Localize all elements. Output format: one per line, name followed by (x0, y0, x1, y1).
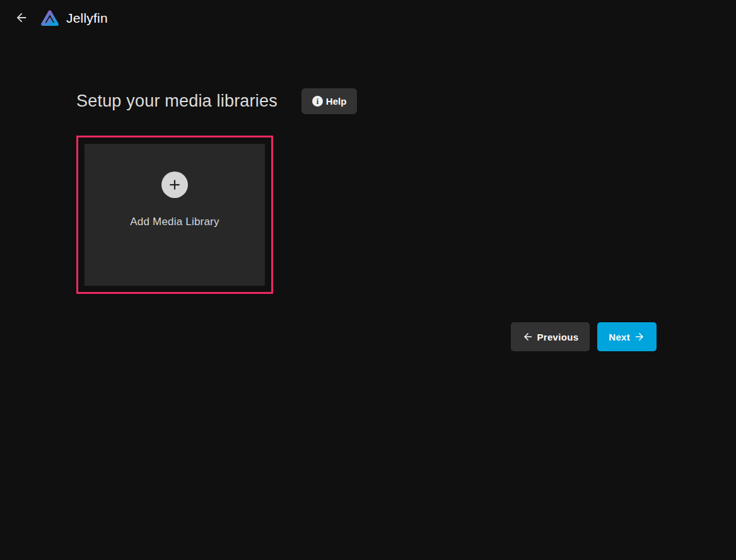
add-media-library-card[interactable]: Add Media Library (85, 144, 265, 286)
arrow-right-icon (634, 331, 645, 342)
back-button[interactable] (9, 6, 34, 31)
previous-button-label: Previous (537, 332, 579, 342)
title-row: Setup your media libraries i Help (76, 88, 657, 114)
next-button-label: Next (609, 332, 630, 342)
page-title: Setup your media libraries (76, 91, 277, 111)
info-icon: i (312, 96, 323, 107)
arrow-back-icon (15, 11, 28, 26)
next-button[interactable]: Next (597, 322, 657, 351)
previous-button[interactable]: Previous (511, 322, 590, 351)
wizard-nav: Previous Next (76, 322, 657, 351)
setup-wizard-page: Setup your media libraries i Help Add Me… (76, 37, 657, 351)
add-library-card-focus-outline: Add Media Library (76, 136, 273, 294)
app-header: Jellyfin (0, 0, 736, 37)
arrow-left-icon (522, 331, 534, 342)
add-card-label: Add Media Library (130, 216, 219, 228)
brand: Jellyfin (39, 8, 108, 29)
brand-name: Jellyfin (66, 11, 108, 26)
jellyfin-logo-icon (39, 8, 61, 29)
help-button-label: Help (326, 96, 347, 107)
plus-icon (161, 172, 188, 198)
help-button[interactable]: i Help (301, 88, 358, 114)
